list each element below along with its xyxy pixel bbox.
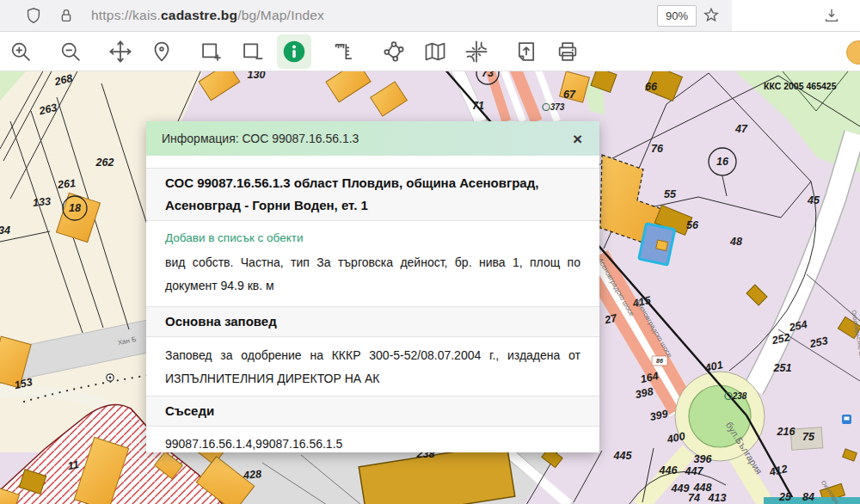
zoom-out-tool[interactable] (53, 34, 88, 69)
highlighted-parcel[interactable] (639, 224, 675, 265)
object-details: вид собств. Частна, тип За търговска дей… (165, 251, 580, 298)
svg-text:25: 25 (778, 491, 792, 503)
url-text[interactable]: https://kais.cadastre.bg/bg/Map/Index (91, 8, 324, 23)
svg-text:130: 130 (248, 71, 266, 81)
svg-text:449: 449 (671, 482, 690, 495)
section-neighbors: Съседи (146, 396, 599, 427)
svg-text:76: 76 (651, 143, 664, 155)
svg-text:238: 238 (732, 391, 747, 401)
url-domain: cadastre.bg (161, 8, 237, 22)
popup-header: Информация: СОС 99087.16.56.1.3 × (146, 121, 599, 156)
svg-text:445: 445 (613, 450, 633, 462)
map-sheets-tool[interactable] (418, 34, 452, 69)
svg-text:373: 373 (550, 102, 565, 112)
location-marker-tool[interactable] (144, 34, 179, 69)
svg-text:74: 74 (688, 492, 700, 504)
svg-text:133: 133 (32, 195, 51, 209)
url-prefix: https://kais. (91, 8, 161, 22)
svg-text:56: 56 (686, 219, 699, 231)
lock-icon[interactable] (57, 6, 76, 25)
svg-text:251: 251 (773, 362, 792, 374)
svg-text:47: 47 (734, 123, 748, 135)
close-icon[interactable]: × (571, 131, 584, 147)
svg-text:ККС 2005 465425: ККС 2005 465425 (764, 81, 837, 91)
print-tool[interactable] (550, 34, 585, 69)
svg-text:75: 75 (802, 431, 815, 443)
svg-text:261: 261 (56, 177, 76, 191)
svg-text:66: 66 (645, 81, 658, 93)
edge-marker-icon (846, 40, 860, 65)
svg-text:18: 18 (69, 202, 81, 214)
svg-text:45: 45 (807, 194, 820, 206)
rect-zoom-out-tool[interactable] (236, 34, 270, 69)
svg-text:446: 446 (659, 464, 679, 476)
shield-icon[interactable] (24, 6, 43, 25)
svg-text:48: 48 (729, 236, 742, 248)
object-title: СОС 99087.16.56.1.3 област Пловдив, общи… (146, 168, 599, 221)
svg-text:262: 262 (95, 157, 114, 169)
svg-text:11: 11 (67, 458, 80, 472)
survey-point-dot (109, 377, 112, 379)
neighbors-list: 99087.16.56.1.4,99087.16.56.1.5 (165, 435, 580, 452)
svg-text:428: 428 (242, 468, 261, 482)
svg-text:73: 73 (482, 71, 494, 79)
svg-text:84: 84 (802, 491, 814, 503)
rect-zoom-in-tool[interactable] (194, 34, 229, 69)
url-path: /bg/Map/Index (237, 8, 324, 22)
bookmark-star-icon[interactable] (702, 6, 721, 25)
svg-text:71: 71 (472, 100, 484, 112)
svg-text:86: 86 (656, 358, 663, 364)
popup-body: СОС 99087.16.56.1.3 област Пловдив, общи… (146, 156, 599, 452)
zoom-in-tool[interactable] (3, 34, 38, 69)
add-to-list-link[interactable]: Добави в списък с обекти (165, 231, 580, 244)
svg-text:34: 34 (0, 224, 10, 237)
order-text: Заповед за одобрение на КККР 300-5-52/08… (165, 344, 580, 390)
svg-text:413: 413 (708, 492, 727, 504)
transit-stop-icon (842, 415, 851, 424)
svg-text:55: 55 (664, 188, 677, 200)
address-bar[interactable]: https://kais.cadastre.bg/bg/Map/Index (0, 0, 732, 31)
section-main-order: Основна заповед (146, 306, 599, 337)
road-crossing-tool[interactable] (459, 34, 494, 69)
info-tool[interactable] (277, 34, 311, 69)
browser-bar: https://kais.cadastre.bg/bg/Map/Index 90… (0, 0, 860, 32)
svg-text:16: 16 (716, 156, 729, 168)
svg-text:396: 396 (694, 453, 713, 465)
map-toolbar (0, 32, 860, 71)
map-area[interactable]: 2682632622611333418130737137367664776165… (0, 71, 860, 504)
export-tool[interactable] (509, 34, 544, 69)
network-select-tool[interactable] (377, 34, 411, 69)
svg-text:447: 447 (685, 465, 704, 477)
popup-title: Информация: СОС 99087.16.56.1.3 (162, 132, 571, 145)
svg-text:67: 67 (563, 89, 576, 101)
svg-text:216: 216 (777, 426, 796, 438)
pan-tool[interactable] (103, 34, 138, 69)
measure-tool[interactable] (327, 34, 361, 69)
download-icon[interactable] (822, 6, 841, 25)
info-popup: Информация: СОС 99087.16.56.1.3 × СОС 99… (146, 121, 599, 452)
page-zoom-badge[interactable]: 90% (657, 5, 697, 27)
